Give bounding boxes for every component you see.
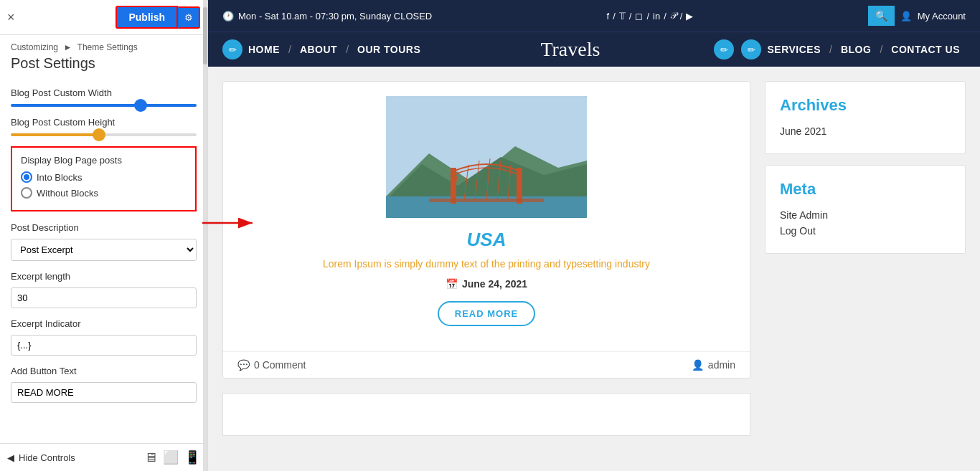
post-comment: 💬 0 Comment <box>237 359 306 371</box>
post-excerpt: Lorem Ipsum is simply dummy text of the … <box>323 258 650 270</box>
post-card-2 <box>222 393 750 436</box>
nav-home[interactable]: Home <box>242 32 286 67</box>
panel-title: Post Settings <box>0 54 207 80</box>
author-icon: 👤 <box>692 359 704 371</box>
breadcrumb-theme-settings[interactable]: Theme Settings <box>77 42 138 52</box>
site-hours: 🕐 Mon - Sat 10.am - 07:30 pm, Sunday CLO… <box>222 11 432 22</box>
breadcrumb: Customizing ► Theme Settings <box>0 35 207 54</box>
facebook-icon[interactable]: f <box>607 11 610 22</box>
post-date: 📅 June 24, 2021 <box>446 278 527 290</box>
social-links: f / 𝕋 / ◻ / in / 𝒫 / ▶ <box>607 10 694 22</box>
scrollbar[interactable] <box>203 0 207 471</box>
post-title: USA <box>467 229 507 251</box>
post-description-label: Post Description <box>11 222 197 233</box>
nav-blog[interactable]: BLOG <box>835 32 877 67</box>
instagram-icon[interactable]: ◻ <box>635 11 643 22</box>
display-blog-label: Display Blog Page posts <box>21 155 187 166</box>
main-content: USA Lorem Ipsum is simply dummy text of … <box>208 67 980 471</box>
blog-width-track <box>11 104 197 107</box>
edit-nav-left-icon[interactable]: ✏ <box>222 39 242 60</box>
radio-into-blocks-indicator[interactable] <box>21 171 32 183</box>
comment-count: 0 Comment <box>254 359 306 371</box>
meta-log-out[interactable]: Log Out <box>780 223 951 239</box>
hide-controls-button[interactable]: ◀ Hide Controls <box>7 452 75 463</box>
pinterest-icon[interactable]: 𝒫 <box>670 10 677 22</box>
meta-title: Meta <box>780 180 951 199</box>
calendar-icon: 📅 <box>446 278 458 290</box>
add-button-input[interactable] <box>11 382 197 403</box>
mobile-icon[interactable]: 📱 <box>184 449 200 465</box>
publish-area: Publish ⚙ <box>116 6 200 29</box>
close-button[interactable]: × <box>7 10 15 25</box>
customizer-panel: × Publish ⚙ Customizing ► Theme Settings… <box>0 0 208 471</box>
site-logo: Travels <box>426 32 714 67</box>
nav-tours[interactable]: OUR TOURS <box>352 32 426 67</box>
desktop-icon[interactable]: 🖥 <box>144 449 157 465</box>
panel-content: Blog Post Custom Width Blog Post Custom … <box>0 80 207 443</box>
linkedin-icon[interactable]: in <box>653 11 660 22</box>
blog-width-label: Blog Post Custom Width <box>11 87 197 98</box>
sidebar: Archives June 2021 Meta Site Admin Log O… <box>765 81 966 457</box>
add-button-section: Add Button Text <box>11 366 197 403</box>
site-top-bar: 🕐 Mon - Sat 10.am - 07:30 pm, Sunday CLO… <box>208 0 980 32</box>
publish-settings-button[interactable]: ⚙ <box>178 6 200 29</box>
post-footer: 💬 0 Comment 👤 admin <box>223 351 750 378</box>
youtube-icon[interactable]: ▶ <box>686 11 693 22</box>
post-description-select[interactable]: Post Excerpt <box>11 239 197 261</box>
post-image-svg <box>386 96 587 218</box>
nav-services[interactable]: SERVICES <box>761 32 826 67</box>
radio-without-blocks[interactable]: Without Blocks <box>21 187 187 199</box>
excerpt-indicator-label: Excerpt Indicator <box>11 318 197 329</box>
svg-rect-7 <box>517 168 522 204</box>
breadcrumb-separator: ► <box>63 42 74 52</box>
svg-rect-15 <box>429 199 544 202</box>
post-date-text: June 24, 2021 <box>462 278 527 290</box>
nav-contact[interactable]: CONTACT US <box>885 32 966 67</box>
post-description-section: Post Description Post Excerpt <box>11 222 197 261</box>
breadcrumb-customizing[interactable]: Customizing <box>11 42 58 52</box>
blog-height-thumb[interactable] <box>93 128 105 141</box>
radio-into-blocks[interactable]: Into Blocks <box>21 171 187 183</box>
blog-width-thumb[interactable] <box>134 99 147 112</box>
excerpt-length-input[interactable]: 30 <box>11 287 197 308</box>
site-top-right: 🔍 👤 My Account <box>868 6 966 26</box>
radio-without-blocks-indicator[interactable] <box>21 187 32 199</box>
excerpt-length-section: Excerpt length 30 <box>11 271 197 308</box>
author-name: admin <box>708 359 735 371</box>
radio-into-blocks-label: Into Blocks <box>37 172 83 183</box>
post-author: 👤 admin <box>692 359 735 371</box>
publish-button[interactable]: Publish <box>116 6 178 29</box>
radio-without-blocks-label: Without Blocks <box>37 188 98 199</box>
blog-width-section: Blog Post Custom Width <box>11 87 197 107</box>
excerpt-indicator-section: Excerpt Indicator <box>11 318 197 356</box>
excerpt-length-label: Excerpt length <box>11 271 197 282</box>
customizer-topbar: × Publish ⚙ <box>0 0 207 35</box>
chevron-left-icon: ◀ <box>7 452 14 463</box>
post-card-inner: USA Lorem Ipsum is simply dummy text of … <box>223 82 750 351</box>
my-account-link[interactable]: My Account <box>918 11 966 22</box>
hide-controls-label: Hide Controls <box>19 452 75 463</box>
blog-height-track <box>11 133 197 136</box>
tablet-icon[interactable]: ⬜ <box>163 449 179 465</box>
edit-logo-icon[interactable]: ✏ <box>714 39 734 60</box>
search-button[interactable]: 🔍 <box>868 6 895 26</box>
nav-right: SERVICES / BLOG / CONTACT US <box>761 32 966 67</box>
clock-icon: 🕐 <box>222 11 234 22</box>
post-card-1: USA Lorem Ipsum is simply dummy text of … <box>222 81 750 379</box>
archives-june-2021[interactable]: June 2021 <box>780 123 951 139</box>
archives-title: Archives <box>780 96 951 115</box>
read-more-button[interactable]: READ MORE <box>438 301 535 326</box>
comment-icon: 💬 <box>237 359 250 371</box>
twitter-icon[interactable]: 𝕋 <box>619 11 626 22</box>
bottom-bar: ◀ Hide Controls 🖥 ⬜ 📱 <box>0 443 207 471</box>
archives-widget: Archives June 2021 <box>765 81 966 154</box>
add-button-label: Add Button Text <box>11 366 197 376</box>
edit-nav-right-icon[interactable]: ✏ <box>741 39 761 60</box>
blog-height-label: Blog Post Custom Height <box>11 117 197 128</box>
excerpt-indicator-input[interactable] <box>11 335 197 356</box>
scrollbar-thumb[interactable] <box>203 7 207 65</box>
nav-about[interactable]: ABOUT <box>294 32 343 67</box>
post-image <box>386 96 587 218</box>
meta-site-admin[interactable]: Site Admin <box>780 207 951 223</box>
meta-widget: Meta Site Admin Log Out <box>765 165 966 254</box>
